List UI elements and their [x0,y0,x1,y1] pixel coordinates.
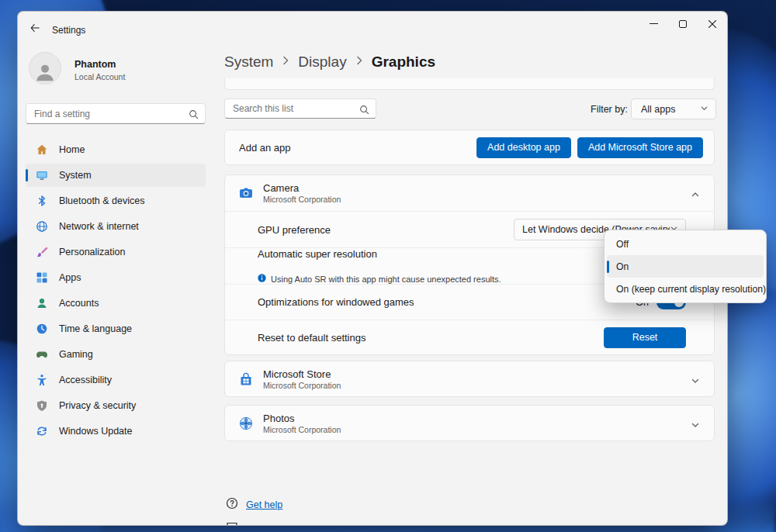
store-app-icon [239,372,253,386]
sidebar-item-privacy-security[interactable]: Privacy & security [26,394,206,417]
brush-icon [36,246,48,258]
flyout-option-off[interactable]: Off [607,233,764,255]
list-search-input[interactable] [225,99,376,118]
sidebar-item-time-language[interactable]: Time & language [26,317,206,340]
info-icon [258,274,266,284]
system-icon [36,169,48,181]
apps-grid-icon [36,271,48,284]
reset-row: Reset to default settings Reset [225,320,714,354]
sidebar-item-label: Accounts [59,298,99,309]
sidebar-item-system[interactable]: System [26,164,206,187]
window-title: Settings [52,25,85,36]
chevron-down-icon[interactable] [691,419,700,433]
add-an-app-card: Add an app Add desktop app Add Microsoft… [224,130,715,165]
chevron-up-icon[interactable] [691,188,700,202]
get-help-row[interactable]: Get help [226,497,282,513]
page-title: Graphics [372,54,435,71]
photos-card-header[interactable]: Photos Microsoft Corporation [225,406,714,441]
breadcrumb-system[interactable]: System [224,54,273,71]
globe-icon [36,220,48,233]
sidebar-item-home[interactable]: Home [26,138,206,161]
sidebar-item-label: Accessibility [59,375,112,385]
accounts-person-icon [36,297,48,309]
chevron-down-icon [700,104,708,115]
sidebar-item-accessibility[interactable]: Accessibility [26,368,206,392]
store-card-header[interactable]: Microsoft Store Microsoft Corporation [225,361,714,397]
maximize-icon [679,17,687,31]
chevron-down-icon[interactable] [691,375,700,389]
sidebar-item-bluetooth-devices[interactable]: Bluetooth & devices [26,189,206,212]
photos-app-icon [239,416,253,430]
back-arrow-icon [29,22,40,36]
chevron-right-icon [355,55,363,69]
close-button[interactable] [698,12,727,36]
get-help-link[interactable]: Get help [246,499,282,510]
add-microsoft-store-app-button[interactable]: Add Microsoft Store app [577,137,703,158]
reset-label: Reset to default settings [258,332,604,344]
filter-by-label: Filter by: [591,104,628,115]
sidebar-item-label: Home [59,144,85,155]
app-name: Camera [263,182,341,194]
sidebar-item-windows-update[interactable]: Windows Update [26,420,206,443]
sidebar-item-label: Time & language [59,323,132,334]
back-button[interactable] [24,19,46,40]
breadcrumb-display[interactable]: Display [298,54,346,71]
minimize-button[interactable] [639,12,668,36]
app-name: Photos [263,413,341,424]
give-feedback-link[interactable]: Give feedback [246,523,308,526]
close-icon [708,17,716,31]
add-desktop-app-button[interactable]: Add desktop app [476,137,571,158]
flyout-option-on-keep-resolution[interactable]: On (keep current display resolution) [607,278,764,300]
sidebar-item-label: Network & internet [59,221,139,232]
auto-sr-dropdown-flyout: Off On On (keep current display resoluti… [604,230,767,303]
sidebar-item-personalization[interactable]: Personalization [26,240,206,264]
person-icon [33,60,57,84]
feedback-icon [226,521,238,526]
sidebar-item-label: Windows Update [59,426,133,437]
camera-card-header[interactable]: Camera Microsoft Corporation [225,175,714,211]
filter-value: All apps [641,104,675,115]
sidebar-item-label: Gaming [59,349,93,360]
app-publisher: Microsoft Corporation [263,425,341,434]
user-role: Local Account [74,72,125,81]
filter-dropdown[interactable]: All apps [631,98,716,119]
search-icon [359,104,369,118]
app-publisher: Microsoft Corporation [263,195,341,204]
auto-sr-info-text: Using Auto SR with this app might cause … [271,275,501,284]
bluetooth-icon [36,195,48,207]
user-name: Phantom [74,59,116,70]
sidebar-nav: Home System Bluetooth & devices Network … [26,138,206,445]
sidebar-item-label: Apps [59,272,81,283]
breadcrumb: System Display Graphics [224,50,435,74]
search-input[interactable] [26,104,205,123]
sidebar-item-label: Privacy & security [59,400,136,411]
shield-icon [36,399,48,412]
sidebar-item-apps[interactable]: Apps [26,266,206,289]
auto-super-resolution-label: Automatic super resolution [258,248,377,271]
add-an-app-label: Add an app [239,142,476,154]
sidebar-item-gaming[interactable]: Gaming [26,343,206,366]
camera-app-icon [239,186,253,200]
sidebar-item-label: Personalization [59,247,125,257]
give-feedback-row[interactable]: Give feedback [226,521,308,526]
find-a-setting-search[interactable] [26,103,206,124]
sidebar-item-label: Bluetooth & devices [59,195,145,206]
home-icon [36,143,48,156]
avatar[interactable] [29,52,61,85]
sidebar-item-network-internet[interactable]: Network & internet [26,215,206,238]
app-name: Microsoft Store [263,368,341,380]
minimize-icon [650,17,658,31]
gamepad-icon [36,348,48,361]
accessibility-icon [36,374,48,386]
maximize-button[interactable] [668,12,698,36]
sidebar-item-accounts[interactable]: Accounts [26,292,206,315]
flyout-option-on[interactable]: On [607,255,764,278]
reset-button[interactable]: Reset [604,327,686,348]
gpu-preference-label: GPU preference [258,224,514,236]
chevron-right-icon [282,55,289,69]
sidebar-item-label: System [59,170,92,181]
windowed-games-label: Optimizations for windowed games [258,296,636,308]
clock-icon [36,323,48,335]
microsoft-store-card: Microsoft Store Microsoft Corporation [224,361,715,397]
search-this-list[interactable] [224,98,376,119]
